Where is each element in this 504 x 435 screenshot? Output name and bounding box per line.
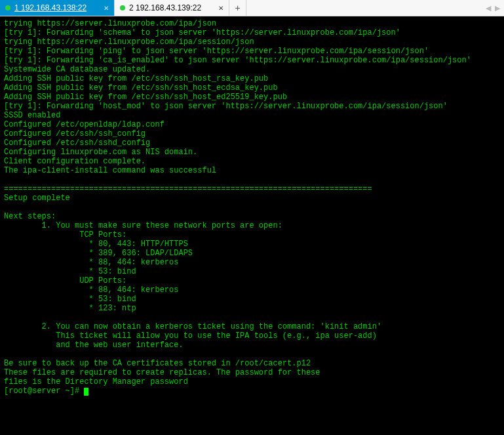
status-dot-icon (5, 5, 10, 10)
cursor-icon (84, 388, 88, 396)
close-icon[interactable]: ✕ (218, 5, 223, 12)
tab-label: 1 192.168.43.138:22 (14, 3, 100, 12)
terminal-output[interactable]: trying https://server.linuxprobe.com/ipa… (0, 16, 504, 435)
tab-label: 2 192.168.43.139:22 (129, 3, 214, 12)
terminal-text: trying https://server.linuxprobe.com/ipa… (4, 19, 471, 386)
add-tab-button[interactable]: + (229, 0, 246, 16)
tab-session-2[interactable]: 2 192.168.43.139:22 ✕ (115, 0, 229, 16)
tab-nav: ◀ ▶ (482, 0, 504, 16)
terminal-prompt: [root@server ~]# (4, 386, 84, 396)
close-icon[interactable]: ✕ (104, 5, 109, 12)
nav-left-icon[interactable]: ◀ (486, 4, 491, 12)
status-dot-icon (120, 5, 125, 10)
tab-bar: 1 192.168.43.138:22 ✕ 2 192.168.43.139:2… (0, 0, 504, 16)
nav-right-icon[interactable]: ▶ (495, 4, 500, 12)
tab-session-1[interactable]: 1 192.168.43.138:22 ✕ (0, 0, 115, 16)
